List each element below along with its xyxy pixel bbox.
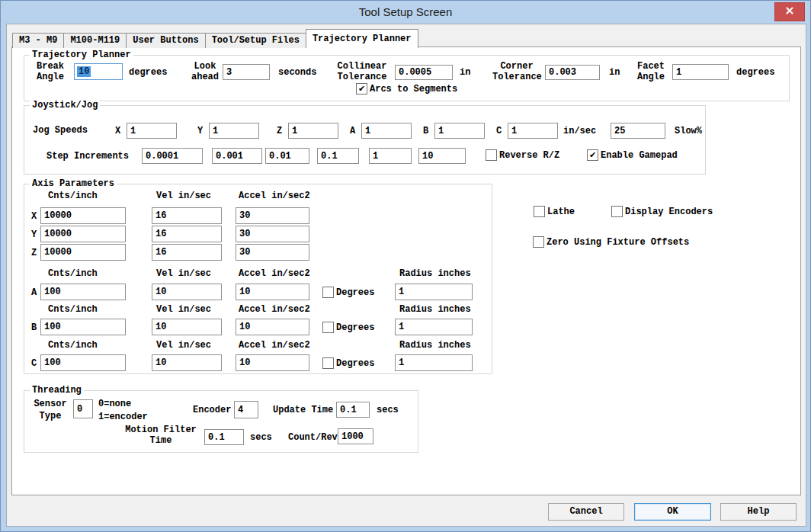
jog-speed-b-input[interactable] bbox=[434, 123, 485, 139]
vel-header: Vel in/sec bbox=[156, 340, 211, 351]
step-increment-4-input[interactable] bbox=[317, 148, 359, 164]
b-vel-input[interactable] bbox=[152, 319, 222, 335]
tab-user-buttons[interactable]: User Buttons bbox=[126, 33, 205, 48]
b-accel-input[interactable] bbox=[236, 319, 309, 335]
help-button[interactable]: Help bbox=[720, 503, 797, 521]
enable-gamepad-checkbox[interactable]: ✔ Enable Gamepad bbox=[587, 149, 678, 161]
b-cnts-input[interactable] bbox=[40, 319, 126, 335]
break-angle-label: Break Angle bbox=[28, 61, 72, 82]
jog-speed-x-input[interactable] bbox=[127, 123, 177, 139]
accel-header: Accel in/sec2 bbox=[239, 304, 310, 315]
facet-angle-label: Facet Angle bbox=[633, 61, 668, 82]
zero-fixture-offsets-checkbox[interactable]: Zero Using Fixture Offsets bbox=[533, 236, 689, 248]
update-time-label: Update Time bbox=[273, 405, 333, 415]
c-vel-input[interactable] bbox=[152, 354, 222, 371]
arcs-to-segments-checkbox[interactable]: ✔ Arcs to Segments bbox=[356, 83, 457, 95]
x-vel-input[interactable] bbox=[152, 207, 222, 224]
a-radius-input[interactable] bbox=[395, 284, 473, 300]
accel-header: Accel in/sec2 bbox=[239, 268, 310, 279]
checkbox-check-icon bbox=[322, 287, 334, 298]
tab-m100-m119[interactable]: M100-M119 bbox=[63, 33, 127, 48]
c-radius-input[interactable] bbox=[395, 354, 473, 371]
look-ahead-input[interactable] bbox=[223, 64, 270, 80]
update-time-input[interactable] bbox=[336, 402, 370, 418]
z-vel-input[interactable] bbox=[152, 244, 222, 261]
lathe-checkbox[interactable]: Lathe bbox=[534, 206, 575, 217]
a-cnts-input[interactable] bbox=[40, 284, 126, 300]
x-accel-input[interactable] bbox=[236, 207, 309, 224]
a-vel-input[interactable] bbox=[152, 284, 222, 300]
accel-header: Accel in/sec2 bbox=[239, 191, 310, 201]
sensor-type-input[interactable] bbox=[73, 399, 93, 418]
step-increment-1-input[interactable] bbox=[142, 148, 203, 164]
jog-axis-a-label: A bbox=[350, 126, 355, 136]
corner-tolerance-unit: in bbox=[609, 67, 620, 78]
jog-speed-y-input[interactable] bbox=[209, 123, 259, 139]
threading-group-label: Threading bbox=[30, 385, 84, 396]
z-cnts-input[interactable] bbox=[40, 244, 126, 261]
checkbox-check-icon: ✔ bbox=[587, 149, 598, 161]
y-vel-input[interactable] bbox=[152, 226, 222, 242]
jog-speed-z-input[interactable] bbox=[288, 123, 338, 139]
c-degrees-label: Degrees bbox=[336, 357, 374, 369]
accel-header: Accel in/sec2 bbox=[239, 340, 310, 351]
slow-percent-label: Slow% bbox=[675, 126, 702, 136]
z-accel-input[interactable] bbox=[236, 244, 309, 261]
title-bar: Tool Setup Screen bbox=[1, 1, 810, 24]
a-accel-input[interactable] bbox=[236, 284, 309, 300]
c-cnts-input[interactable] bbox=[40, 354, 126, 371]
y-cnts-input[interactable] bbox=[40, 226, 126, 242]
axis-y-label: Y bbox=[31, 229, 37, 240]
tab-m3-m9[interactable]: M3 - M9 bbox=[12, 33, 64, 48]
count-rev-input[interactable] bbox=[338, 428, 373, 444]
jog-speed-a-input[interactable] bbox=[361, 123, 412, 139]
jog-axis-x-label: X bbox=[115, 126, 120, 136]
x-cnts-input[interactable] bbox=[40, 207, 126, 224]
break-angle-selected-text: 10 bbox=[77, 66, 91, 77]
step-increment-3-input[interactable] bbox=[265, 148, 309, 164]
cnts-header: Cnts/inch bbox=[48, 191, 98, 201]
axis-parameters-group-label: Axis Parameters bbox=[30, 178, 117, 189]
close-icon: × bbox=[784, 3, 794, 18]
cnts-header: Cnts/inch bbox=[48, 304, 98, 315]
joystick-jog-group-label: Joystick/Jog bbox=[30, 100, 100, 111]
jog-axis-b-label: B bbox=[423, 126, 428, 136]
b-degrees-checkbox[interactable]: Degrees bbox=[322, 322, 374, 333]
checkbox-check-icon bbox=[486, 149, 497, 161]
facet-angle-input[interactable] bbox=[672, 64, 729, 80]
tab-tool-setup-files[interactable]: Tool/Setup Files bbox=[205, 33, 306, 48]
step-increment-2-input[interactable] bbox=[212, 148, 262, 164]
step-increment-6-input[interactable] bbox=[418, 148, 466, 164]
encoder-input[interactable] bbox=[234, 401, 258, 418]
slow-percent-input[interactable] bbox=[611, 123, 665, 139]
jog-speed-c-input[interactable] bbox=[508, 123, 558, 139]
display-encoders-checkbox[interactable]: Display Encoders bbox=[611, 206, 713, 217]
cnts-header: Cnts/inch bbox=[48, 268, 98, 279]
break-angle-input[interactable]: 10 bbox=[74, 63, 123, 80]
encoder-label: Encoder bbox=[193, 405, 231, 415]
radius-header: Radius inches bbox=[399, 268, 471, 279]
look-ahead-unit: seconds bbox=[278, 67, 316, 78]
checkbox-check-icon bbox=[322, 322, 334, 333]
checkbox-check-icon bbox=[322, 357, 334, 369]
y-accel-input[interactable] bbox=[236, 226, 309, 242]
look-ahead-label: Look ahead bbox=[187, 61, 223, 82]
c-degrees-checkbox[interactable]: Degrees bbox=[322, 357, 374, 369]
tab-strip: M3 - M9 M100-M119 User Buttons Tool/Setu… bbox=[12, 29, 418, 48]
close-button[interactable]: × bbox=[774, 2, 805, 21]
motion-filter-time-input[interactable] bbox=[204, 429, 244, 445]
c-accel-input[interactable] bbox=[236, 354, 309, 371]
cancel-button[interactable]: Cancel bbox=[548, 503, 624, 521]
ok-button[interactable]: OK bbox=[634, 503, 711, 521]
break-angle-unit: degrees bbox=[129, 67, 167, 78]
collinear-tolerance-input[interactable] bbox=[395, 65, 453, 80]
tab-trajectory-planner[interactable]: Trajectory Planner bbox=[306, 29, 418, 48]
reverse-rz-checkbox[interactable]: Reverse R/Z bbox=[486, 149, 559, 161]
axis-c-label: C bbox=[31, 358, 37, 369]
a-degrees-checkbox[interactable]: Degrees bbox=[322, 287, 374, 298]
facet-angle-unit: degrees bbox=[736, 67, 774, 78]
step-increment-5-input[interactable] bbox=[369, 148, 412, 164]
b-radius-input[interactable] bbox=[395, 319, 473, 335]
corner-tolerance-input[interactable] bbox=[545, 65, 600, 80]
cnts-header: Cnts/inch bbox=[48, 340, 98, 351]
